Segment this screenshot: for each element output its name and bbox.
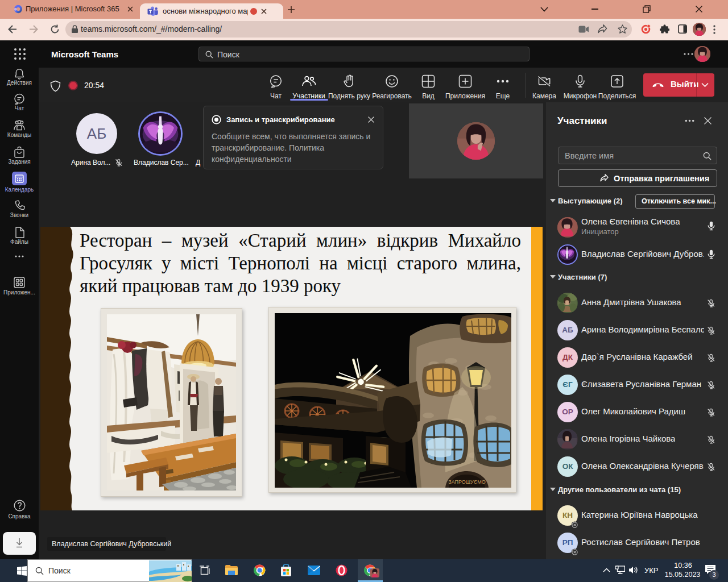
- svg-text:ЗАПРОШУЄМО: ЗАПРОШУЄМО: [448, 479, 486, 485]
